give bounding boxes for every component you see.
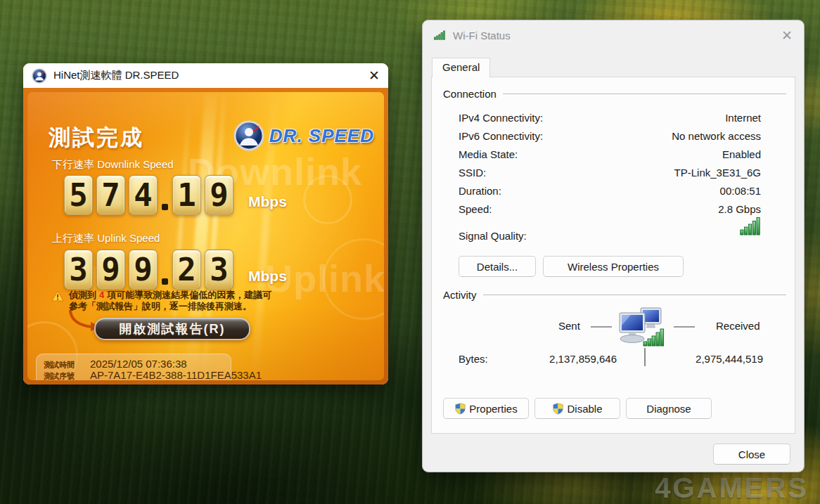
desktop-watermark: 4GAMERS bbox=[655, 472, 809, 504]
bytes-label: Bytes: bbox=[459, 353, 488, 365]
wifi-status-window: Wi-Fi Status ✕ General Connection IPv4 C… bbox=[422, 20, 805, 472]
row-ssid: SSID: TP-Link_3E31_6G bbox=[459, 163, 761, 181]
sent-label: Sent bbox=[558, 320, 580, 332]
bubble-decoration bbox=[303, 175, 352, 224]
drspeed-logo-icon bbox=[233, 120, 264, 151]
row-duration: Duration: 00:08:51 bbox=[459, 181, 761, 200]
decimal-point bbox=[162, 278, 168, 285]
drspeed-app-icon bbox=[32, 68, 47, 84]
warning-text: 偵測到4項可能導致測速結果偏低的因素，建議可參考「測試報告」說明，逐一排除後再測… bbox=[69, 290, 271, 312]
speedtest-close-icon[interactable]: ✕ bbox=[369, 69, 380, 82]
row-speed: Speed: 2.8 Gbps bbox=[459, 200, 761, 218]
info-row-time: 測試時間 2025/12/05 07:36:38 bbox=[44, 358, 231, 369]
info-row-serial: 測試序號 AP-7A17-E4B2-388-11D1FEA533A1 bbox=[44, 369, 231, 380]
warning-message: 偵測到4項可能導致測速結果偏低的因素，建議可參考「測試報告」說明，逐一排除後再測… bbox=[51, 290, 347, 312]
tab-general[interactable]: General bbox=[432, 58, 490, 78]
signal-quality-bars-icon bbox=[740, 217, 761, 238]
connection-rows: IPv4 Connectivity: Internet IPv6 Connect… bbox=[459, 108, 761, 218]
speedtest-panel: Downlink Uplink 測試完成 DR. SPEED 下行速率 Down… bbox=[27, 92, 384, 380]
speedtest-window: HiNet測速軟體 DR.SPEED ✕ Downlink Uplink 測試完… bbox=[23, 63, 388, 385]
activity-group-heading: Activity bbox=[443, 289, 786, 301]
uac-shield-icon bbox=[552, 403, 564, 415]
uplink-digit: 2 bbox=[172, 250, 201, 290]
bytes-separator bbox=[644, 348, 646, 366]
details-button[interactable]: Details... bbox=[459, 256, 536, 277]
diagnose-button[interactable]: Diagnose bbox=[626, 398, 712, 419]
group-divider bbox=[503, 93, 786, 94]
downlink-digit: 5 bbox=[64, 175, 93, 215]
close-button[interactable]: Close bbox=[713, 444, 790, 465]
downlink-label: 下行速率 Downlink Speed bbox=[52, 158, 174, 172]
uplink-digit: 3 bbox=[64, 250, 93, 290]
group-divider bbox=[483, 295, 786, 295]
signal-quality-label: Signal Quality: bbox=[459, 230, 527, 242]
downlink-unit: Mbps bbox=[248, 193, 287, 210]
wifi-titlebar[interactable]: Wi-Fi Status ✕ bbox=[423, 20, 804, 50]
wifi-window-title: Wi-Fi Status bbox=[453, 30, 511, 41]
received-connector-line bbox=[674, 326, 695, 328]
sent-connector-line bbox=[591, 326, 612, 328]
computer-network-icon bbox=[617, 306, 665, 350]
open-test-report-button[interactable]: 開啟測試報告(R) bbox=[94, 318, 250, 340]
wifi-signal-icon bbox=[434, 30, 446, 40]
speedtest-window-title: HiNet測速軟體 DR.SPEED bbox=[53, 69, 179, 82]
drspeed-logo-text: DR. SPEED bbox=[269, 125, 374, 147]
downlink-digit: 4 bbox=[129, 175, 158, 215]
general-tab-page: Connection IPv4 Connectivity: Internet I… bbox=[431, 77, 795, 434]
drspeed-logo: DR. SPEED bbox=[233, 120, 374, 151]
uac-shield-icon bbox=[454, 403, 466, 415]
warning-icon bbox=[51, 290, 64, 312]
speedtest-titlebar[interactable]: HiNet測速軟體 DR.SPEED ✕ bbox=[23, 63, 388, 88]
row-ipv4: IPv4 Connectivity: Internet bbox=[459, 108, 761, 127]
downlink-digit: 9 bbox=[205, 175, 233, 215]
uplink-label: 上行速率 Uplink Speed bbox=[52, 232, 160, 245]
wifi-close-icon[interactable]: ✕ bbox=[781, 29, 793, 42]
wireless-properties-button[interactable]: Wireless Properties bbox=[543, 256, 684, 277]
connection-group-heading: Connection bbox=[443, 88, 786, 100]
uplink-digit: 9 bbox=[96, 250, 125, 290]
row-ipv6: IPv6 Connectivity: No network access bbox=[459, 127, 761, 145]
uplink-digit: 9 bbox=[129, 250, 158, 290]
downlink-digit: 1 bbox=[172, 175, 201, 215]
properties-button[interactable]: Properties bbox=[443, 398, 529, 419]
speedtest-body: Downlink Uplink 測試完成 DR. SPEED 下行速率 Down… bbox=[23, 88, 388, 385]
test-info-box: 測試時間 2025/12/05 07:36:38 測試序號 AP-7A17-E4… bbox=[36, 354, 231, 380]
uplink-digit: 3 bbox=[205, 250, 233, 290]
downlink-speed-value: 5 7 4 1 9 Mbps bbox=[64, 175, 287, 215]
test-complete-heading: 測試完成 bbox=[49, 123, 144, 153]
sent-bytes-value: 2,137,859,646 bbox=[511, 353, 617, 365]
uplink-speed-value: 3 9 9 2 3 Mbps bbox=[64, 250, 287, 290]
row-media-state: Media State: Enabled bbox=[459, 145, 761, 163]
disable-button[interactable]: Disable bbox=[534, 398, 620, 419]
received-bytes-value: 2,975,444,519 bbox=[658, 353, 763, 365]
received-label: Received bbox=[716, 320, 760, 332]
uplink-unit: Mbps bbox=[248, 268, 287, 285]
downlink-digit: 7 bbox=[96, 175, 125, 215]
decimal-point bbox=[162, 204, 168, 210]
warning-count: 4 bbox=[96, 290, 107, 300]
